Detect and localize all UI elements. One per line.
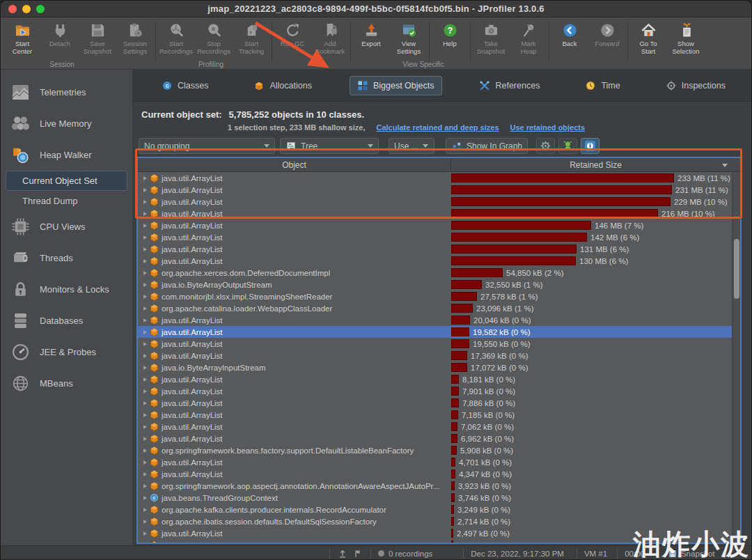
bookmark-flag-icon[interactable] (352, 548, 363, 559)
table-row[interactable]: java.util.ArrayList130 MB (6 %) (138, 255, 732, 267)
expand-arrow-icon[interactable] (143, 235, 147, 240)
table-row[interactable]: java.util.ArrayList131 MB (6 %) (138, 243, 732, 255)
table-row[interactable]: org.apache.kafka.clients.producer.intern… (138, 504, 732, 515)
tab-biggest-objects[interactable]: Biggest Objects (350, 76, 443, 95)
expand-arrow-icon[interactable] (143, 342, 147, 346)
column-header-retained-size[interactable]: Retained Size (451, 158, 740, 171)
sidebar-item-monitors-locks[interactable]: Monitors & Locks (1, 274, 132, 305)
expand-arrow-icon[interactable] (143, 484, 147, 488)
sidebar-item-databases[interactable]: Databases (1, 305, 132, 336)
expand-arrow-icon[interactable] (143, 413, 147, 417)
sidebar-item-live-memory[interactable]: Live Memory (1, 108, 132, 139)
expand-arrow-icon[interactable] (143, 389, 147, 394)
expand-arrow-icon[interactable] (143, 366, 147, 370)
table-row[interactable]: java.util.ArrayList (138, 539, 732, 543)
tab-allocations[interactable]: Allocations (246, 76, 320, 95)
use-retained-objects-link[interactable]: Use retained objects (510, 123, 586, 132)
expand-arrow-icon[interactable] (143, 247, 147, 251)
table-row[interactable]: java.util.ArrayList146 MB (7 %) (138, 219, 732, 231)
table-row[interactable]: cjava.beans.ThreadGroupContext3,746 kB (… (138, 492, 732, 504)
table-row[interactable]: java.util.ArrayList7,886 kB (0 %) (138, 397, 732, 409)
tab-time[interactable]: Time (577, 76, 628, 95)
toolbar-button-show-selection[interactable]: Show Selection (667, 20, 705, 56)
expand-arrow-icon[interactable] (143, 188, 147, 192)
vertical-scrollbar[interactable] (732, 172, 740, 543)
expand-arrow-icon[interactable] (143, 212, 147, 216)
table-row[interactable]: java.util.ArrayList4,347 kB (0 %) (138, 468, 732, 480)
expand-arrow-icon[interactable] (143, 295, 147, 299)
expand-arrow-icon[interactable] (143, 425, 147, 429)
expand-arrow-icon[interactable] (143, 508, 147, 512)
info-button[interactable] (581, 138, 600, 154)
table-row[interactable]: java.util.ArrayList7,185 kB (0 %) (138, 409, 732, 421)
table-row[interactable]: java.util.ArrayList20,046 kB (0 %) (138, 314, 732, 326)
toolbar-button-go-to-start[interactable]: Go To Start (629, 20, 667, 56)
scrollbar-thumb[interactable] (734, 239, 739, 299)
sidebar-item-heap-walker[interactable]: Heap Walker (1, 139, 132, 171)
toolbar-button-view-settings[interactable]: View Settings (390, 20, 428, 56)
table-row[interactable]: org.springframework.aop.aspectj.annotati… (138, 480, 732, 492)
use-menu-button[interactable]: Use ... (389, 138, 434, 154)
grouping-dropdown[interactable]: No grouping (139, 138, 275, 154)
table-row[interactable]: java.util.ArrayList4,701 kB (0 %) (138, 456, 732, 468)
expand-arrow-icon[interactable] (143, 176, 147, 180)
table-row[interactable]: java.util.ArrayList6,962 kB (0 %) (138, 433, 732, 444)
tab-classes[interactable]: cClasses (154, 76, 217, 95)
expand-arrow-icon[interactable] (143, 224, 147, 228)
toolbar-button-export[interactable]: Export (352, 20, 390, 47)
zoom-window-button[interactable] (36, 5, 45, 13)
expand-arrow-icon[interactable] (143, 283, 147, 287)
table-row[interactable]: java.util.ArrayList231 MB (11 %) (138, 184, 732, 196)
sidebar-item-jee-probes[interactable]: JEE & Probes (1, 336, 132, 368)
table-row[interactable]: java.util.ArrayList19,550 kB (0 %) (138, 338, 732, 350)
expand-arrow-icon[interactable] (143, 378, 147, 382)
expand-arrow-icon[interactable] (143, 460, 147, 465)
sidebar-item-cpu-views[interactable]: CPU Views (1, 211, 132, 242)
tab-references[interactable]: References (471, 76, 548, 95)
table-row[interactable]: java.util.ArrayList7,062 kB (0 %) (138, 421, 732, 433)
expand-arrow-icon[interactable] (143, 306, 147, 311)
expand-arrow-icon[interactable] (143, 449, 147, 453)
table-row[interactable]: java.util.ArrayList233 MB (11 %) (138, 172, 732, 184)
table-row[interactable]: java.util.ArrayList19,582 kB (0 %) (138, 326, 732, 338)
column-header-object[interactable]: Object (138, 158, 451, 171)
calculate-retained-sizes-link[interactable]: Calculate retained and deep sizes (376, 123, 499, 132)
table-row[interactable]: java.util.ArrayList17,369 kB (0 %) (138, 350, 732, 361)
expand-arrow-icon[interactable] (143, 401, 147, 405)
table-row[interactable]: org.apache.ibatis.session.defaults.Defau… (138, 515, 732, 527)
table-row[interactable]: com.monitorjbl.xlsx.impl.StreamingSheetR… (138, 290, 732, 302)
expand-arrow-icon[interactable] (143, 318, 147, 322)
expand-arrow-icon[interactable] (143, 472, 147, 476)
expand-arrow-icon[interactable] (143, 271, 147, 275)
expand-arrow-icon[interactable] (143, 437, 147, 441)
sidebar-item-telemetries[interactable]: Telemetries (1, 77, 132, 108)
toolbar-button-help[interactable]: ?Help (431, 20, 469, 47)
toolbar-button-start-center[interactable]: Start Center (3, 20, 41, 56)
close-window-button[interactable] (8, 5, 17, 13)
table-row[interactable]: java.util.ArrayList8,181 kB (0 %) (138, 373, 732, 385)
sidebar-item-current-object-set[interactable]: Current Object Set (6, 171, 127, 191)
table-row[interactable]: java.util.ArrayList2,497 kB (0 %) (138, 527, 732, 539)
expand-arrow-icon[interactable] (143, 330, 147, 334)
view-mode-dropdown[interactable]: Tree (280, 138, 379, 154)
settings-gear-button[interactable] (536, 138, 555, 154)
table-row[interactable]: org.springframework.beans.factory.suppor… (138, 444, 732, 456)
expand-arrow-icon[interactable] (143, 200, 147, 204)
table-row[interactable]: java.io.ByteArrayInputStream17,072 kB (0… (138, 361, 732, 373)
table-row[interactable]: java.io.ByteArrayOutputStream32,550 kB (… (138, 279, 732, 290)
tab-inspections[interactable]: Inspections (658, 76, 734, 95)
table-row[interactable]: java.util.ArrayList229 MB (10 %) (138, 196, 732, 208)
filter-robot-button[interactable] (558, 138, 577, 154)
show-in-graph-button[interactable]: Show In Graph (446, 138, 528, 154)
expand-arrow-icon[interactable] (143, 520, 147, 524)
toolbar-button-back[interactable]: Back (551, 20, 588, 47)
minimize-window-button[interactable] (22, 5, 31, 13)
expand-arrow-icon[interactable] (143, 496, 147, 500)
table-row[interactable]: org.apache.xerces.dom.DeferredDocumentIm… (138, 267, 732, 279)
expand-arrow-icon[interactable] (143, 531, 147, 536)
sidebar-item-threads[interactable]: Threads (1, 242, 132, 274)
sidebar-item-thread-dump[interactable]: Thread Dump (1, 191, 132, 211)
sidebar-item-mbeans[interactable]: MBeans (1, 368, 132, 399)
expand-arrow-icon[interactable] (143, 354, 147, 358)
table-row[interactable]: java.util.ArrayList7,901 kB (0 %) (138, 385, 732, 397)
